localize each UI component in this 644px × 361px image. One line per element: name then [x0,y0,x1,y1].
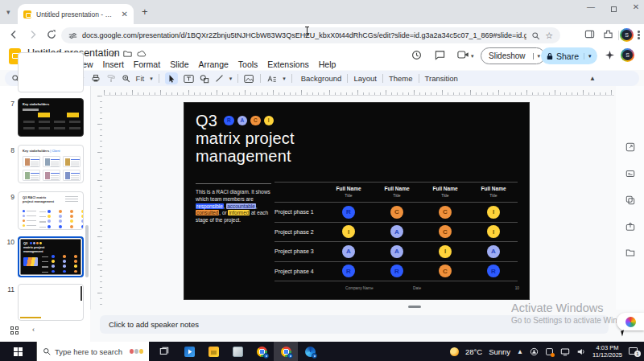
forward-icon[interactable] [27,29,39,40]
notification-center-icon[interactable]: 1 [629,347,640,356]
slide-thumbnail-10[interactable]: Q3matrix project management [18,236,84,277]
onedrive-tray-icon[interactable] [530,347,539,356]
table-cell[interactable]: C [421,225,469,238]
browser-menu-icon[interactable] [638,31,640,33]
slide-description-text[interactable]: This is a RACI diagram. It shows which t… [196,183,271,224]
menu-slide[interactable]: Slide [165,59,193,70]
bookmark-star-icon[interactable]: ☆ [545,31,553,41]
comment-icon[interactable] [435,50,445,60]
shape-tool[interactable] [200,74,209,84]
slideshow-button[interactable]: Slideshow ▾ [481,47,545,64]
contact-card-icon[interactable] [625,169,635,178]
chevron-down-icon[interactable]: ▾ [471,53,474,59]
table-cell[interactable]: R [324,206,373,219]
table-row[interactable]: Project phase 1RCCI [275,203,518,223]
table-cell[interactable]: R [324,265,373,277]
browser-profile-avatar[interactable] [620,28,634,42]
back-icon[interactable] [8,29,19,40]
collapse-filmstrip-icon[interactable]: ‹ [32,326,35,334]
weather-sun-icon[interactable] [450,347,459,356]
task-view-icon[interactable] [159,347,169,356]
insert-image-icon[interactable] [244,74,254,84]
share-export-icon[interactable] [625,222,635,232]
share-button[interactable]: Share ▾ [541,47,597,64]
notes-resize-handle[interactable] [408,306,421,308]
table-cell[interactable]: I [469,206,518,219]
raci-table[interactable]: Full NameTitleFull NameTitleFull NameTit… [275,182,518,281]
chrome-app[interactable] [250,342,274,361]
star-document-icon[interactable]: ☆ [110,50,118,59]
toolbar-theme-button[interactable]: Theme [386,74,416,83]
menu-format[interactable]: Format [129,59,165,70]
documents-app[interactable] [225,342,250,361]
table-cell[interactable]: C [421,206,469,219]
window-minimize-button[interactable]: — [581,2,601,11]
toolbar-layout-button[interactable]: Layout [350,74,380,83]
store-app[interactable] [201,342,225,361]
line-dropdown-icon[interactable]: ▾ [229,76,233,82]
menu-insert[interactable]: Insert [98,59,129,70]
shapes-copy-icon[interactable] [625,195,635,205]
zoom-level-select[interactable]: Fit [136,74,145,83]
slide-thumbnail-7[interactable]: Key stakeholders [18,98,84,137]
format-dropdown-icon[interactable]: ▾ [283,76,286,82]
toolbar-background-button[interactable]: Background [298,74,345,83]
security-tray-icon[interactable] [545,347,554,356]
edge-app[interactable] [298,342,322,361]
select-tool[interactable] [165,72,178,84]
table-cell[interactable]: I [421,245,469,258]
chrome-app-active[interactable] [274,342,298,361]
text-format-icon[interactable] [266,74,277,84]
table-cell[interactable]: I [324,225,373,238]
tab-search-chevron-icon[interactable]: ▾ [6,8,10,16]
paint-format-icon[interactable] [106,74,116,83]
open-panel-icon[interactable] [625,142,635,152]
table-row[interactable]: Project phase 3AAIA [275,242,518,262]
zoom-in-icon[interactable] [122,74,130,83]
text-box-tool[interactable] [184,74,194,84]
zoom-dropdown-icon[interactable]: ▾ [150,76,153,82]
print-icon[interactable] [91,74,101,83]
taskbar-search[interactable]: Type here to search [36,342,149,361]
browser-tab[interactable]: Untitled presentation - Google ✕ [18,4,134,24]
version-history-icon[interactable] [411,50,422,60]
slide-thumbnail-8[interactable]: Key stakeholders | Client [18,145,84,183]
slide-thumbnail-11[interactable] [18,284,84,321]
menu-help[interactable]: Help [314,59,341,70]
slide-title[interactable]: Q3 RACI matrix project management [196,112,295,165]
weather-temperature[interactable]: 28°C [465,347,482,356]
slide-thumbnail-6-partial[interactable] [18,52,84,92]
toolbar-transition-button[interactable]: Transition [422,74,461,83]
account-avatar[interactable] [621,48,634,62]
media-player-app[interactable] [177,342,201,361]
zoom-icon[interactable] [531,31,540,40]
slide-editor[interactable]: Q3 RACI matrix project management This i… [184,103,529,299]
meet-camera-icon[interactable] [457,50,470,59]
hide-menus-chevron-icon[interactable]: ▲ [589,75,596,82]
menu-arrange[interactable]: Arrange [193,59,233,70]
table-cell[interactable]: A [469,245,518,258]
table-cell[interactable]: C [373,206,421,219]
reload-icon[interactable] [46,29,57,40]
filmstrip-scrollbar[interactable] [85,225,89,277]
network-tray-icon[interactable] [560,347,570,356]
menu-tools[interactable]: Tools [233,59,263,70]
share-dropdown-icon[interactable]: ▾ [584,53,592,59]
table-cell[interactable]: R [373,265,421,277]
table-cell[interactable]: I [469,225,518,238]
table-cell[interactable]: A [373,225,421,238]
new-tab-button[interactable]: + [142,6,148,18]
weather-condition[interactable]: Sunny [489,347,510,356]
table-row[interactable]: Project phase 4RRCR [275,262,518,282]
gemini-sparkle-icon[interactable] [605,51,614,59]
table-cell[interactable]: A [324,245,373,258]
grid-view-icon[interactable] [10,326,19,334]
extensions-puzzle-icon[interactable] [603,29,613,39]
table-cell[interactable]: A [373,245,421,258]
table-cell[interactable]: C [421,265,469,277]
tab-close-icon[interactable]: ✕ [122,10,128,18]
assistant-pill-button[interactable] [617,313,644,330]
tray-expand-chevron-icon[interactable]: ▲ [517,348,523,355]
window-close-button[interactable]: ✕ [626,2,644,11]
table-cell[interactable]: R [469,265,518,277]
